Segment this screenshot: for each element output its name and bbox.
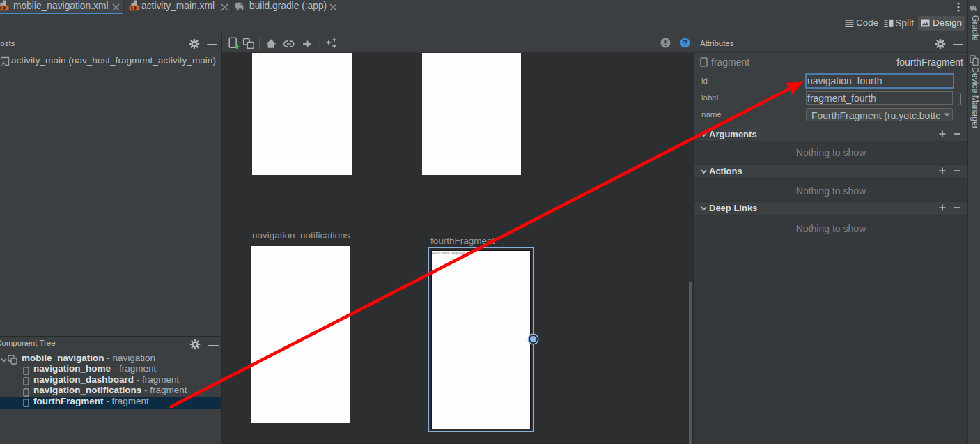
svg-text:?: ?: [683, 39, 687, 47]
svg-text:A: A: [1, 60, 6, 66]
